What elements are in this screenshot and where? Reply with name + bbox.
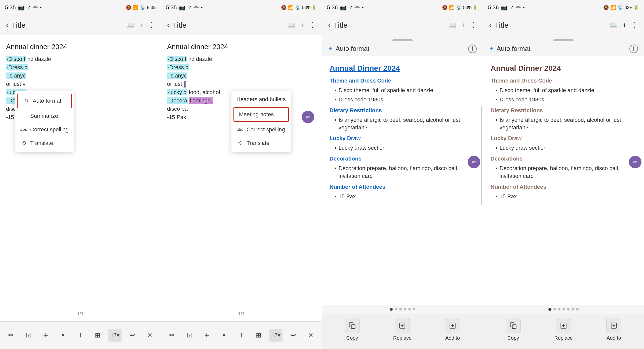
- magic-icon-2[interactable]: ✦: [218, 329, 231, 342]
- more-icon-4[interactable]: ⋮: [631, 21, 638, 29]
- autoformat-header-3: ✦ Auto format i: [322, 41, 483, 56]
- doc-title-1: Annual dinner 2024: [6, 43, 155, 51]
- preview-3: Annual Dinner 2024 Theme and Dress Code …: [322, 56, 483, 305]
- brush-icon[interactable]: ✏: [5, 329, 18, 342]
- back-button-2[interactable]: ‹: [167, 21, 170, 29]
- autoformat-label-4: Auto format: [497, 45, 530, 53]
- status-bar-2: 5:35 📷 ✓ ✏ • 🔕 📶 📡 83%🔋: [161, 0, 322, 15]
- dot-4-6: [572, 308, 574, 311]
- clear-icon[interactable]: ✕: [143, 329, 156, 342]
- edit-fab-2[interactable]: ✏: [302, 111, 314, 123]
- plus-icon-4[interactable]: +: [623, 21, 626, 29]
- book-icon-3[interactable]: 📖: [448, 21, 456, 29]
- clear-icon-2[interactable]: ✕: [304, 329, 317, 342]
- plus-icon-2[interactable]: +: [300, 21, 304, 29]
- strikethrough-icon[interactable]: T̶: [39, 329, 52, 342]
- bottom-bar-1: ✏ ☑ T̶ ✦ T ⊞ 17▾ ↩ ✕: [0, 321, 161, 349]
- dot-icon-3: •: [362, 4, 364, 11]
- camera-icon-4: 📷: [501, 4, 508, 11]
- nav-bar-left-4: ‹ Title: [489, 21, 509, 29]
- copy-icon-3: [345, 318, 360, 333]
- time-2: 5:35: [166, 4, 177, 11]
- edit-fab-4[interactable]: ✏: [629, 156, 641, 168]
- section-attendees-4: Number of Attendees: [491, 184, 636, 190]
- replace-button-3[interactable]: Replace: [392, 318, 412, 341]
- text-icon[interactable]: T: [74, 329, 87, 342]
- copy-button-3[interactable]: Copy: [342, 318, 362, 341]
- back-button-1[interactable]: ‹: [6, 21, 9, 29]
- pencil-icon-3: ✏: [355, 4, 360, 11]
- translate-menu-item[interactable]: ⟲ Translate: [15, 136, 74, 150]
- info-icon-3[interactable]: i: [468, 45, 477, 53]
- magic-icon[interactable]: ✦: [57, 329, 70, 342]
- panel-1: 5:35 📷 ✓ ✏ • 🔕 📶 📡 5:35 ‹ Title 📖 + ⋮ An…: [0, 0, 161, 349]
- size-badge-2[interactable]: 17▾: [269, 329, 283, 342]
- bullet-dot: •: [335, 87, 337, 94]
- check-icon-3: ✓: [349, 4, 353, 11]
- strikethrough-icon-2[interactable]: T̶: [200, 329, 213, 342]
- bullet-dot-4: •: [496, 87, 498, 94]
- text-icon-2[interactable]: T: [235, 329, 248, 342]
- check-bottom-icon[interactable]: ☑: [22, 329, 35, 342]
- summarize-menu-item[interactable]: ≡ Summarize: [15, 109, 74, 123]
- book-icon-4[interactable]: 📖: [610, 21, 618, 29]
- correct-menu-item-2[interactable]: abc Correct spelling: [231, 123, 291, 136]
- dot-icon-2: •: [201, 4, 203, 11]
- plus-icon-3[interactable]: +: [461, 21, 465, 29]
- nav-title-3: Title: [334, 21, 348, 29]
- dot-4-3: [558, 308, 560, 311]
- correct-icon-2: abc: [236, 127, 244, 132]
- dot-icon-4: •: [523, 4, 525, 11]
- nav-bar-left-3: ‹ Title: [328, 21, 348, 29]
- replace-button-4[interactable]: Replace: [553, 318, 574, 341]
- panel-2: 5:35 📷 ✓ ✏ • 🔕 📶 📡 83%🔋 ‹ Title 📖 + ⋮ An…: [161, 0, 322, 349]
- addto-button-4[interactable]: Add to: [604, 318, 624, 341]
- content-area-2: Annual dinner 2024 -Disco t nd dazzle -D…: [161, 35, 322, 321]
- nav-bar-left-1: ‹ Title: [6, 21, 26, 29]
- back-button-3[interactable]: ‹: [328, 21, 331, 29]
- book-icon-1[interactable]: 📖: [126, 21, 134, 29]
- back-button-4[interactable]: ‹: [489, 21, 492, 29]
- preview-title-4: Annual Dinner 2024: [491, 64, 636, 72]
- meeting-notes-label: Meeting notes: [239, 111, 274, 118]
- more-icon-3[interactable]: ⋮: [470, 21, 477, 29]
- signal-icon-3: 📡: [456, 5, 462, 10]
- undo-icon[interactable]: ↩: [126, 329, 139, 342]
- bullet-4-3-1: •Lucky draw section: [496, 144, 636, 152]
- addto-label-4: Add to: [607, 335, 621, 341]
- check-bottom-icon-2[interactable]: ☑: [183, 329, 196, 342]
- camera-icon-2: 📷: [179, 4, 186, 11]
- plus-icon-1[interactable]: +: [139, 21, 143, 29]
- brush-icon-2[interactable]: ✏: [166, 329, 179, 342]
- wifi-icon-3: 📶: [449, 5, 455, 10]
- nav-title-1: Title: [12, 21, 26, 29]
- highlighted-text-2: -Dress c: [6, 64, 28, 70]
- copy-button-4[interactable]: Copy: [503, 318, 523, 341]
- dot-active-4: [548, 308, 551, 311]
- nav-bar-left-2: ‹ Title: [167, 21, 187, 29]
- autoformat-menu-item[interactable]: ↻ Auto format: [17, 94, 72, 108]
- book-icon-2[interactable]: 📖: [287, 21, 295, 29]
- bottom-bar-2: ✏ ☑ T̶ ✦ T ⊞ 17▾ ↩ ✕: [161, 321, 322, 349]
- meeting-notes-menu-item[interactable]: Meeting notes: [233, 107, 289, 122]
- translate-menu-item-2[interactable]: ⟲ Translate: [231, 136, 291, 150]
- status-bar-left-2: 5:35 📷 ✓ ✏ •: [166, 4, 203, 11]
- info-icon-4[interactable]: i: [629, 45, 638, 53]
- size-badge[interactable]: 17▾: [108, 329, 122, 342]
- bullet-4-4-1: •Decoration prepare, balloon, flamingo, …: [496, 165, 636, 180]
- more-icon-1[interactable]: ⋮: [148, 21, 155, 29]
- dot-active-3: [390, 308, 393, 311]
- silent-icon-4: 🔕: [603, 5, 609, 10]
- undo-icon-2[interactable]: ↩: [287, 329, 300, 342]
- pencil-icon-2: ✏: [194, 4, 199, 11]
- check-icon-4: ✓: [510, 4, 514, 11]
- insert-icon-2[interactable]: ⊞: [252, 329, 265, 342]
- addto-button-3[interactable]: Add to: [442, 318, 463, 341]
- dot-indicators-4: [483, 305, 644, 314]
- more-icon-2[interactable]: ⋮: [309, 21, 316, 29]
- dot-3-6: [413, 308, 415, 311]
- insert-icon[interactable]: ⊞: [91, 329, 104, 342]
- correct-menu-item[interactable]: abc Correct spelling: [15, 123, 74, 136]
- headers-menu-item[interactable]: Headers and bullets: [231, 93, 291, 106]
- edit-fab-3[interactable]: ✏: [468, 156, 480, 168]
